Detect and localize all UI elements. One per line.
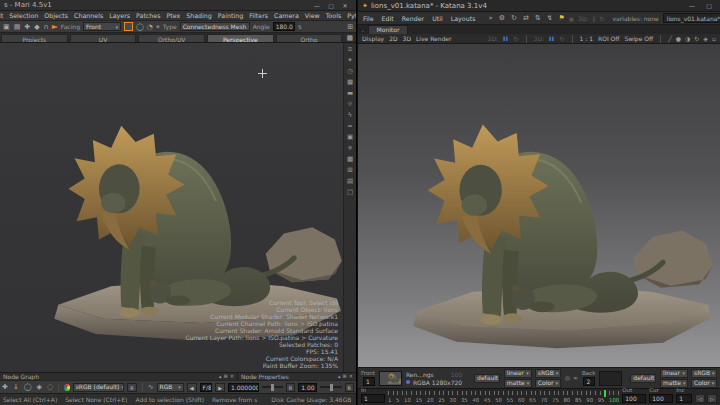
split-panel-icon[interactable]: ⊞ [224,374,228,379]
half-circle-icon[interactable]: ◑ [685,36,690,42]
split-panel-icon[interactable]: ⊞ [343,374,347,379]
maximize-button[interactable]: ▢ [324,2,338,9]
menu-item[interactable]: Filters [246,12,271,19]
blank-panel-icon[interactable]: □ [347,189,353,196]
menu-item[interactable]: Painting [215,12,246,19]
menu-item[interactable]: File [362,15,375,22]
swap-icon[interactable]: ⇄ [523,14,529,22]
exposure-field[interactable]: 1.000000 [228,383,259,392]
mari-3d-viewport[interactable]: Current Tool: Select (S)Current Object: … [0,43,356,372]
roi-dropdown[interactable]: ROI Off [598,35,619,42]
close-button[interactable]: ✕ [338,2,352,9]
pause-2d-button[interactable]: II [503,35,508,42]
view-2d-button[interactable]: 2D [389,35,397,42]
headset-help-icon[interactable]: ∩ [44,23,49,31]
close-project-icon[interactable]: ▣ [3,23,10,31]
menu-item[interactable]: Selection [6,12,41,19]
node-properties-tab[interactable]: Node Properties [241,373,289,380]
expand-toolbar-icon[interactable]: » [488,14,492,22]
pen-icon[interactable]: ╱ [668,36,672,42]
compare-icon[interactable]: ◎ [565,375,570,381]
add-channel-icon[interactable]: ✚ [24,23,30,31]
monitor-tab[interactable]: Monitor [368,25,409,34]
close-panel-icon[interactable]: ✕ [349,374,353,379]
paint-select-icon[interactable]: ◔ [147,23,153,31]
in-frame-field[interactable]: 1 [361,394,385,403]
collapse-panel-icon[interactable]: ▴ [338,374,341,379]
back-view-dropdown[interactable]: default [630,374,656,383]
timeline-ruler[interactable]: 1510152025303540455055606570758085909510… [388,390,619,403]
type-dropdown[interactable]: Connectedness Mesh [180,22,250,31]
lights-icon[interactable]: ☼ [347,101,353,108]
back-display-dropdown[interactable]: sRGB [691,369,717,378]
menu-item[interactable]: Tools [323,12,345,19]
drop-node-icon[interactable]: ↓ [13,383,19,391]
select-tool-cursor-icon[interactable]: ► [52,22,58,31]
swipe-dropdown[interactable]: Swipe Off [624,35,653,42]
zoom-ratio-dropdown[interactable]: 1 : 1 [580,35,593,42]
view-tab[interactable]: Projects [1,34,68,42]
front-transfer-dropdown[interactable]: linear [504,369,532,378]
playhead[interactable] [604,390,606,397]
menu-item[interactable]: Camera [271,12,302,19]
front-pass-thumbnail[interactable] [379,371,402,386]
front-matte-dropdown[interactable]: matte [504,379,532,388]
loop-3d-icon[interactable]: ↻ [560,35,565,42]
current-frame-field[interactable]: 100 [649,394,673,403]
katana-monitor-viewport[interactable] [358,44,720,367]
gamma-field[interactable]: 1.00 [298,383,317,392]
reset-gamma-button[interactable]: R [345,383,354,392]
view-3d-button[interactable]: 3D [403,35,411,42]
menu-item[interactable]: Ptex [163,12,183,19]
menu-item[interactable]: Channels [71,12,106,19]
step-forward-icon[interactable]: ▷ [707,394,717,403]
loop-2d-icon[interactable]: ↻ [514,35,519,42]
front-view-dropdown[interactable]: default [474,374,500,383]
layout-icon[interactable]: ▦ [343,34,356,42]
patches-icon[interactable]: ✳ [347,145,352,152]
magic-wand-icon[interactable]: ⌖ [156,23,160,31]
display-menu[interactable]: Display [362,35,384,42]
menu-item[interactable]: Patches [133,12,163,19]
pause-3d-button[interactable]: II [549,35,554,42]
next-stop-button[interactable]: ▶ [215,383,225,392]
facing-dropdown[interactable]: Front [83,22,121,31]
fstop-field[interactable]: F/8 [200,383,213,392]
uv-grid-icon[interactable]: ▩ [347,156,353,163]
shader-icon[interactable]: ϟ [348,112,352,119]
front-pass-number[interactable]: 1 [363,377,375,386]
color-picker-icon[interactable] [64,384,70,391]
front-channel-dropdown[interactable]: Color [535,379,561,388]
cancel-render-icon[interactable]: ↯ [547,14,553,22]
palette-icon[interactable]: ▤ [347,178,353,185]
sync-icon[interactable]: ⇅ [535,14,541,22]
prev-stop-button[interactable]: ◀ [187,383,197,392]
menu-item[interactable]: Layers [106,12,133,19]
overview-icon[interactable]: ◌ [47,383,53,391]
increment-field[interactable]: 1 [676,394,692,403]
solid-circle-icon[interactable]: ● [676,36,681,42]
marquee-select-icon[interactable] [124,22,133,31]
shelf-icon[interactable]: ▬ [347,90,353,97]
channels-icon[interactable]: ≈ [347,123,352,130]
pan-nodes-icon[interactable]: ✚ [2,383,8,391]
maximize-button[interactable]: ▢ [702,2,716,9]
pixel-probe-icon[interactable]: ◈ [703,36,708,42]
objects-icon[interactable]: ◆ [34,23,39,31]
scene-file-dropdown[interactable]: lions_v01.katana* [663,13,720,23]
menu-item[interactable]: Shading [183,12,215,19]
menu-item[interactable]: Render [401,15,425,22]
step-back-icon[interactable]: ◁ [695,394,705,403]
menu-item[interactable]: Util [431,15,444,22]
gamma-slider[interactable] [320,386,341,388]
minimize-button[interactable]: — [685,2,699,9]
refresh-icon[interactable]: ↻ [694,36,699,42]
view-tab[interactable]: Ortho/UV [138,34,205,42]
close-panel-icon[interactable]: ✕ [230,374,234,379]
variables-dropdown[interactable]: variables: none [613,15,659,22]
small-box-icon[interactable]: ▫ [712,36,716,42]
archive-project-icon[interactable]: ▤ [14,23,21,31]
menu-item[interactable]: View [302,12,323,19]
channel-dropdown[interactable]: RGB [157,383,184,392]
histogram-icon[interactable]: ∿ [148,383,154,391]
